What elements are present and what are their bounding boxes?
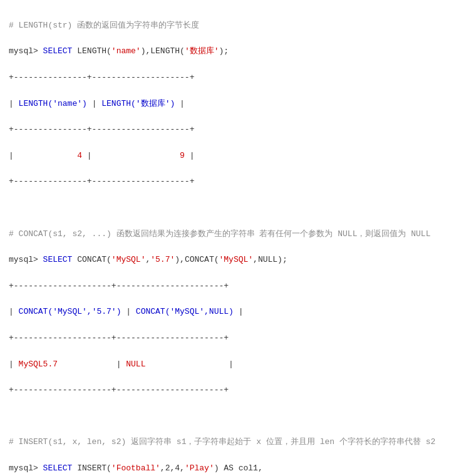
comment-length: # LENGTH(str) 函数的返回值为字符串的字节长度 bbox=[9, 21, 199, 30]
comment-insert: # INSERT(s1, x, len, s2) 返回字符串 s1，子字符串起始… bbox=[9, 437, 435, 447]
table-sep: +---------------+--------------------+ bbox=[9, 73, 194, 82]
code-display: # LENGTH(str) 函数的返回值为字符串的字节长度 mysql> SEL… bbox=[9, 6, 462, 476]
prompt-length: mysql> bbox=[9, 46, 43, 56]
comment-concat: # CONCAT(s1, s2, ...) 函数返回结果为连接参数产生的字符串 … bbox=[9, 229, 430, 239]
